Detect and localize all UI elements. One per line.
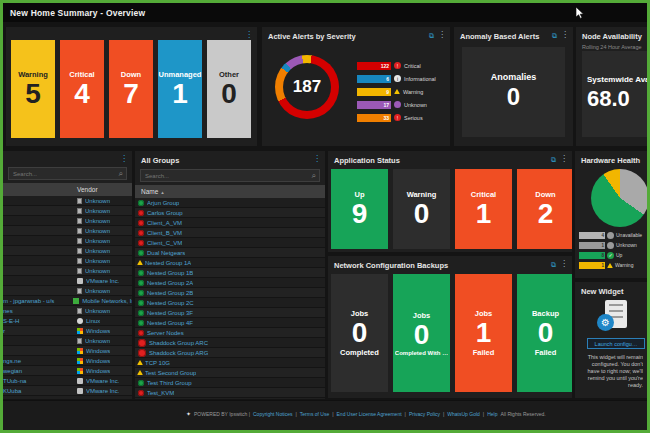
unknown-vendor-icon <box>77 308 82 314</box>
status-tile[interactable]: Down7 <box>109 40 153 138</box>
kebab-menu-icon[interactable]: ⋮ <box>245 31 253 39</box>
table-row: rWindows <box>3 326 132 336</box>
group-link[interactable]: Test Third Group <box>147 380 192 386</box>
footer-link[interactable]: Privacy Policy <box>409 411 440 417</box>
gear-icon: ⚙ <box>597 314 614 331</box>
vendor-link[interactable]: Unknown <box>85 198 110 204</box>
groups-table-header: Name ▴ <box>135 185 325 198</box>
down-status-icon <box>138 330 144 336</box>
device-name-link[interactable]: KUuba <box>3 388 75 394</box>
vendor-link[interactable]: VMware Inc. <box>86 278 119 284</box>
group-link[interactable]: Nested Group 2B <box>147 290 193 296</box>
availability-tile[interactable]: Systemwide Avail 68.0 <box>582 51 647 137</box>
group-link[interactable]: Client_A_VM <box>147 220 182 226</box>
vendor-link[interactable]: VMware Inc. <box>86 378 119 384</box>
status-tile[interactable]: Backup0Failed <box>517 274 572 392</box>
group-link[interactable]: Nested Group 3F <box>147 310 193 316</box>
vendor-link[interactable]: Windows <box>86 358 110 364</box>
status-tile[interactable]: Warning5 <box>11 40 55 138</box>
footer-link[interactable]: WhatsUp Gold <box>447 411 480 417</box>
vendor-link[interactable]: Unknown <box>85 308 110 314</box>
group-link[interactable]: TCP 10G <box>145 360 170 366</box>
group-link[interactable]: Nested Group 2C <box>147 300 194 306</box>
device-name-link[interactable]: r <box>3 328 75 334</box>
group-link[interactable]: Test Second Group <box>145 370 196 376</box>
group-link[interactable]: Nested Group 4F <box>147 320 193 326</box>
kebab-menu-icon[interactable]: ⋮ <box>560 155 568 163</box>
group-link[interactable]: Dual Netgears <box>147 250 185 256</box>
status-tile[interactable]: Jobs0Completed <box>331 274 388 392</box>
share-icon[interactable]: ⧉ <box>551 261 556 268</box>
group-link[interactable]: Nested Group 1A <box>145 260 191 266</box>
status-tile[interactable]: Up9 <box>331 169 388 249</box>
vendor-link[interactable]: Unknown <box>85 218 110 224</box>
group-link[interactable]: Nested Group 2A <box>147 280 193 286</box>
vendor-link[interactable]: Unknown <box>85 238 110 244</box>
group-link[interactable]: Test_KVM <box>147 390 174 396</box>
vendor-link[interactable]: Unknown <box>85 288 110 294</box>
status-tile[interactable]: Warning0 <box>393 169 450 249</box>
status-tile[interactable]: Unmanaged1 <box>158 40 202 138</box>
kebab-menu-icon[interactable]: ⋮ <box>560 260 568 268</box>
table-row: S-E-HLinux <box>3 316 132 326</box>
vendor-link[interactable]: Unknown <box>85 268 110 274</box>
group-link[interactable]: Nested Group 1B <box>147 270 193 276</box>
vendor-link[interactable]: Unknown <box>85 208 110 214</box>
up-status-icon <box>138 200 144 206</box>
legend-row: 6iInformational <box>357 74 436 83</box>
vendor-link[interactable]: VMware Inc. <box>86 388 119 394</box>
status-tile[interactable]: Down2 <box>517 169 572 249</box>
footer-link[interactable]: Help <box>487 411 497 417</box>
device-name-link[interactable]: wegian <box>3 368 75 374</box>
group-link[interactable]: Carlos Group <box>147 210 183 216</box>
group-link[interactable]: Arjun Group <box>147 200 179 206</box>
vendor-link[interactable]: Mobile Networks, In <box>82 298 132 304</box>
vendor-link[interactable]: Windows <box>86 348 110 354</box>
vendor-link[interactable]: Unknown <box>85 258 110 264</box>
device-search-input[interactable] <box>9 171 126 177</box>
device-name-link[interactable]: TUub-na <box>3 378 75 384</box>
table-row: Server Nodes <box>135 328 325 338</box>
vendor-link[interactable]: Linux <box>86 318 100 324</box>
vendor-link[interactable]: Unknown <box>85 228 110 234</box>
windows-vendor-icon <box>77 348 83 354</box>
footer-link[interactable]: End User License Agreement <box>337 411 402 417</box>
kebab-menu-icon[interactable]: ⋮ <box>120 155 128 163</box>
status-tile[interactable]: Other0 <box>207 40 251 138</box>
status-tile[interactable]: Jobs1Failed <box>455 274 512 392</box>
vendor-column-header[interactable]: Vendor <box>77 186 98 193</box>
status-tile[interactable]: Critical4 <box>60 40 104 138</box>
anomalies-tile[interactable]: Anomalies 0 <box>462 47 565 137</box>
footer-link[interactable]: Terms of Use <box>300 411 329 417</box>
vendor-link[interactable]: Windows <box>86 368 110 374</box>
group-link[interactable]: Shaddock Group ARG <box>149 350 208 356</box>
name-column-header[interactable]: Name <box>141 188 158 195</box>
device-name-link[interactable]: S-E-H <box>3 318 75 324</box>
device-name-link[interactable]: m - jpgarwnab - u/s <box>3 298 71 304</box>
group-link[interactable]: Client_C_VM <box>147 240 182 246</box>
alerts-donut-chart[interactable]: 187 <box>275 55 339 119</box>
device-search: ⌕ <box>8 167 127 180</box>
device-name-link[interactable]: ngs.ne <box>3 358 75 364</box>
status-tile[interactable]: Critical1 <box>455 169 512 249</box>
group-link[interactable]: Server Nodes <box>147 330 184 336</box>
legend-label: Unknown <box>616 242 637 248</box>
footer-link[interactable]: Copyright Notices <box>253 411 292 417</box>
share-icon[interactable]: ⧉ <box>552 32 557 39</box>
group-search-input[interactable] <box>141 173 319 179</box>
kebab-menu-icon[interactable]: ⋮ <box>438 31 446 39</box>
vendor-link[interactable]: Windows <box>86 328 110 334</box>
kebab-menu-icon[interactable]: ⋮ <box>561 31 569 39</box>
vendor-link[interactable]: Unknown <box>85 248 110 254</box>
hardware-pie-chart[interactable] <box>591 169 647 227</box>
configure-widget-button[interactable]: Launch configu… <box>587 338 645 349</box>
share-icon[interactable]: ⧉ <box>429 32 434 39</box>
share-icon[interactable]: ⧉ <box>551 156 556 163</box>
sort-asc-icon[interactable]: ▴ <box>161 189 164 195</box>
group-link[interactable]: Shaddock Group ARC <box>149 340 208 346</box>
status-tile[interactable]: Jobs0Completed With … <box>393 274 450 392</box>
device-name-link[interactable]: nes <box>3 308 75 314</box>
vendor-link[interactable]: Unknown <box>85 338 110 344</box>
kebab-menu-icon[interactable]: ⋮ <box>313 155 321 163</box>
group-link[interactable]: Client_B_VM <box>147 230 182 236</box>
